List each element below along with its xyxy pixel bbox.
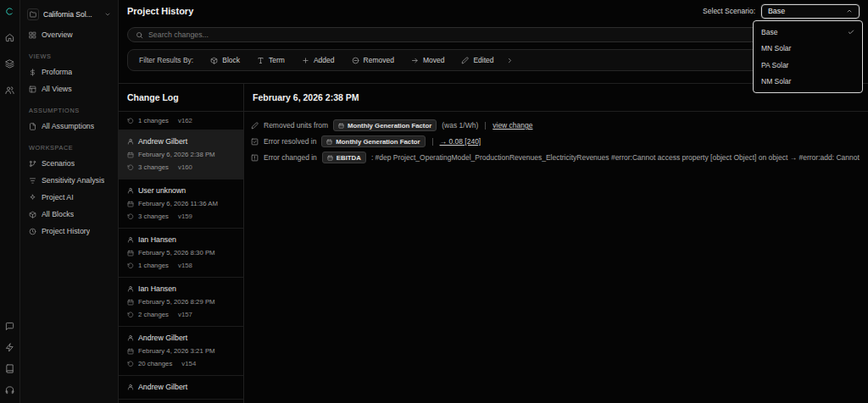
scenario-option-mn-solar[interactable]: MN Solar: [754, 41, 862, 58]
sidebar-item-proforma[interactable]: Proforma: [20, 63, 118, 80]
entry-author: Andrew Gilbert: [138, 137, 187, 146]
changes-icon: [127, 118, 134, 124]
scenario-option-nm-solar[interactable]: NM Solar: [754, 74, 862, 91]
docs-icon[interactable]: [5, 364, 14, 373]
arrow-right-icon: [411, 57, 419, 64]
scenario-label: Select Scenario:: [703, 7, 755, 15]
branch-icon: [29, 160, 36, 168]
calendar-icon: [127, 152, 134, 158]
filter-button-label: Added: [314, 56, 335, 64]
alert-square-icon: [251, 154, 259, 162]
calendar-icon: [127, 348, 134, 355]
sidebar-section-views: VIEWS: [20, 43, 118, 63]
change-detail-pane: February 6, 2026 2:38 PM Removed units f…: [244, 84, 868, 403]
changelog-entry-partial-bottom[interactable]: Andrew Gilbert: [119, 376, 243, 400]
changes-icon: [127, 262, 134, 269]
search-input[interactable]: [148, 30, 851, 39]
user-icon: [127, 236, 134, 243]
scenario-dropdown-menu: Base MN Solar PA Solar NM Solar: [753, 20, 863, 93]
clock-icon: [29, 228, 36, 235]
search-box[interactable]: [127, 27, 860, 42]
changes-icon: [127, 213, 134, 220]
calendar-icon: [326, 139, 332, 145]
users-icon[interactable]: [5, 86, 14, 95]
entry-date: February 6, 2026 11:36 AM: [138, 200, 218, 207]
chevron-up-icon: [846, 8, 853, 14]
feedback-icon[interactable]: [5, 322, 14, 331]
scenario-option-base[interactable]: Base: [754, 24, 862, 41]
entry-changes: 3 changes: [138, 163, 169, 171]
home-icon[interactable]: [5, 33, 14, 42]
sidebar-item-label: Overview: [42, 30, 73, 39]
filter-button-label: Moved: [423, 56, 445, 64]
user-icon: [127, 285, 134, 292]
filter-moved-button[interactable]: Moved: [411, 56, 445, 64]
project-selector[interactable]: California Sol...: [20, 4, 118, 26]
change-log-list: 1 changes v162 Andrew Gilbert February 6…: [119, 112, 243, 403]
user-icon: [127, 138, 134, 145]
changelog-entry[interactable]: User unknown February 6, 2026 11:36 AM 3…: [119, 179, 243, 229]
scenario-select[interactable]: Base: [761, 4, 860, 19]
sidebar-item-label: Project History: [42, 227, 90, 235]
layers-icon[interactable]: [5, 59, 14, 69]
sidebar-item-label: Project AI: [42, 193, 74, 202]
project-name: California Sol...: [43, 10, 100, 19]
filter-removed-button[interactable]: Removed: [352, 56, 394, 64]
chip-label: Monthly Generation Factor: [348, 122, 431, 130]
block-chip[interactable]: Monthly Generation Factor: [321, 135, 425, 147]
change-note: (was 1/Wh): [442, 121, 478, 130]
change-row: Removed units from Monthly Generation Fa…: [251, 119, 861, 132]
option-label: PA Solar: [761, 61, 788, 69]
sidebar-item-all-assumptions[interactable]: All Assumptions: [20, 118, 118, 135]
sidebar-item-label: Scenarios: [42, 159, 75, 168]
filter-button-label: Removed: [364, 56, 394, 64]
app-logo-icon[interactable]: [5, 7, 14, 16]
sidebar-item-sensitivity-analysis[interactable]: Sensitivity Analysis: [20, 172, 118, 189]
change-log-pane: Change Log 1 changes v162 Andrew Gilbert…: [119, 84, 244, 403]
type-icon: [257, 57, 264, 64]
support-icon[interactable]: [5, 385, 14, 395]
changelog-entry[interactable]: Ian Hansen February 5, 2026 8:30 PM 1 ch…: [119, 229, 243, 278]
scenario-control: Select Scenario: Base: [703, 4, 860, 19]
block-chip[interactable]: Monthly Generation Factor: [333, 119, 437, 131]
entry-changes: 1 changes: [138, 117, 169, 124]
changelog-entry[interactable]: Andrew Gilbert February 6, 2026 2:38 PM …: [119, 130, 243, 179]
filter-added-button[interactable]: Added: [302, 56, 335, 64]
sidebar-item-all-views[interactable]: All Views: [20, 80, 118, 97]
main-header: Project History Select Scenario: Base: [119, 0, 868, 22]
changes-icon: [127, 312, 134, 318]
entry-date: February 4, 2026 3:21 PM: [138, 347, 215, 355]
entry-version: v157: [178, 311, 192, 318]
filter-edited-button[interactable]: Edited: [461, 56, 493, 64]
value-change-link[interactable]: → 0.08 [240]: [440, 137, 481, 146]
filter-block-button[interactable]: Block: [210, 56, 240, 64]
changelog-entry[interactable]: Andrew Gilbert February 4, 2026 3:21 PM …: [119, 327, 243, 376]
changelog-entry[interactable]: Ian Hansen February 5, 2026 8:29 PM 2 ch…: [119, 278, 243, 327]
calendar-icon: [127, 250, 134, 257]
changelog-entry-partial-top[interactable]: 1 changes v162: [119, 112, 243, 130]
sidebar-item-scenarios[interactable]: Scenarios: [20, 155, 118, 172]
sidebar-item-overview[interactable]: Overview: [20, 26, 118, 43]
option-label: MN Solar: [761, 44, 791, 52]
funnel-icon: [29, 177, 36, 185]
sparkle-icon: [29, 194, 36, 202]
entry-version: v160: [178, 163, 192, 171]
scenario-option-pa-solar[interactable]: PA Solar: [754, 57, 862, 74]
calendar-icon: [127, 201, 134, 207]
block-chip[interactable]: EBITDA: [322, 152, 366, 163]
chevron-right-icon[interactable]: [506, 57, 514, 64]
filter-term-button[interactable]: Term: [257, 56, 285, 64]
search-icon: [136, 31, 143, 39]
minus-circle-icon: [352, 57, 359, 64]
sidebar-item-project-ai[interactable]: Project AI: [20, 189, 118, 206]
view-change-link[interactable]: view change: [492, 121, 532, 130]
divider: [485, 122, 486, 130]
zap-icon[interactable]: [5, 343, 14, 352]
plus-icon: [302, 57, 309, 64]
entry-author: Andrew Gilbert: [138, 334, 187, 342]
sidebar-item-all-blocks[interactable]: All Blocks: [20, 206, 118, 223]
pencil-icon: [461, 57, 469, 64]
chip-label: EBITDA: [337, 154, 361, 162]
sidebar-item-project-history[interactable]: Project History: [20, 223, 118, 240]
entry-version: v162: [178, 117, 192, 124]
